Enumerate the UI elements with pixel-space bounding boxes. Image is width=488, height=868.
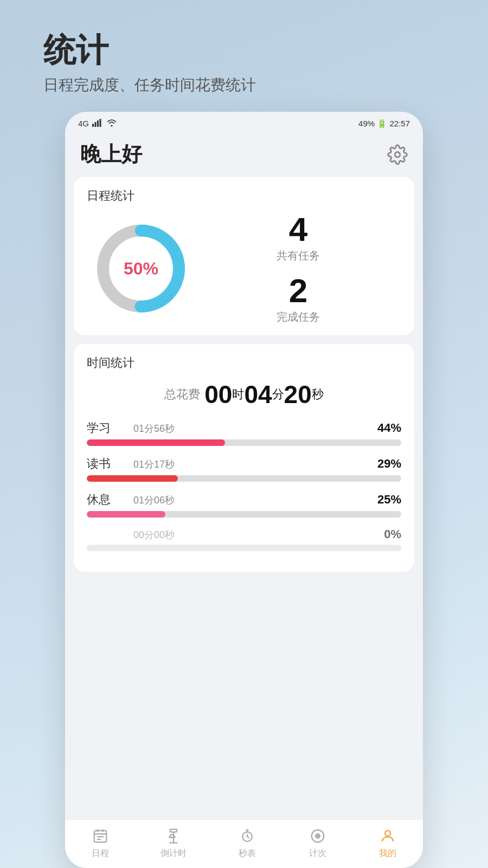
svg-rect-3 [100,119,101,127]
signal-bars [92,118,103,129]
schedule-card-title: 日程统计 [87,188,401,204]
svg-rect-13 [170,829,177,832]
progress-bar-bg [87,439,401,446]
total-tasks-label: 共有任务 [277,248,320,263]
schedule-stats-card: 日程统计 50% 4 [74,177,414,335]
category-name: 读书 [87,456,125,472]
progress-bar-fill [87,475,178,482]
hours-value: 00 [204,380,232,409]
page-title: 统计 [43,33,445,68]
greeting-text: 晚上好 [80,141,142,168]
donut-chart: 50% [87,214,195,323]
total-tasks-block: 4 共有任务 [277,213,320,263]
signal-icon: 4G [78,119,89,128]
hours-unit: 时 [232,386,244,403]
svg-point-21 [385,831,390,836]
category-name: 休息 [87,492,125,508]
page-subtitle: 日程完成度、任务时间花费统计 [43,75,445,95]
nav-item-profile[interactable]: 我的 [378,826,397,859]
svg-point-4 [395,152,400,157]
nav-label-count: 计次 [309,848,326,859]
progress-bar-bg [87,545,401,551]
category-row: 读书 01分17秒 29% [87,456,401,482]
timer-icon [164,826,183,846]
category-pct: 0% [384,527,401,541]
status-right: 49% 🔋 22:57 [358,119,410,129]
app-header: 晚上好 [65,132,423,177]
category-name: 学习 [87,420,125,436]
time-total: 总花费 00 时 04 分 20 秒 [87,380,401,409]
time-stats-card: 时间统计 总花费 00 时 04 分 20 秒 学习 01分56秒 44% 读书… [74,344,414,572]
count-icon [308,826,328,846]
page-header: 统计 日程完成度、任务时间花费统计 [0,0,488,112]
category-pct: 44% [377,421,401,435]
content-area: 日程统计 50% 4 [65,177,423,819]
svg-rect-0 [92,124,94,127]
category-time: 00分00秒 [133,528,384,541]
completed-tasks-label: 完成任务 [277,310,320,324]
phone-frame: 4G 49% 🔋 22:57 晚上好 [65,112,423,868]
category-row: 休息 01分06秒 25% [87,492,401,518]
stopwatch-icon [237,826,257,846]
battery-status: 49% 🔋 22:57 [358,119,410,128]
status-left: 4G [78,118,117,129]
svg-rect-1 [95,122,97,127]
nav-label-schedule: 日程 [92,848,109,859]
progress-bar-fill [87,439,225,446]
schedule-stats: 50% 4 共有任务 2 完成任务 [87,213,401,324]
category-row: 学习 01分56秒 44% [87,420,401,446]
category-time: 01分06秒 [133,494,377,507]
status-bar: 4G 49% 🔋 22:57 [65,112,423,132]
nav-item-stopwatch[interactable]: 秒表 [237,826,257,859]
category-pct: 29% [377,457,401,471]
nav-item-schedule[interactable]: 日程 [91,826,110,859]
category-time: 01分56秒 [133,422,377,435]
time-card-title: 时间统计 [87,355,401,371]
progress-bar-bg [87,511,401,518]
seconds-value: 20 [284,380,312,409]
minutes-value: 04 [244,380,272,409]
nav-label-stopwatch: 秒表 [239,848,256,859]
category-rows: 学习 01分56秒 44% 读书 01分17秒 29% 休息 01分06秒 25… [87,420,401,551]
progress-bar-fill [87,511,165,518]
total-label: 总花费 [164,386,200,403]
completed-tasks-block: 2 完成任务 [277,274,320,324]
settings-button[interactable] [387,144,408,165]
total-tasks-number: 4 [277,213,320,246]
minutes-unit: 分 [272,386,284,403]
wifi-icon [106,118,117,129]
bottom-nav: 日程 倒计时 秒表 [65,819,423,868]
category-pct: 25% [377,493,401,507]
completed-tasks-number: 2 [277,274,320,308]
stats-info: 4 共有任务 2 完成任务 [195,213,401,324]
category-row: 00分00秒 0% [87,527,401,551]
category-time: 01分17秒 [133,458,377,471]
nav-label-timer: 倒计时 [160,848,187,859]
nav-item-count[interactable]: 计次 [308,826,328,859]
progress-bar-bg [87,475,401,482]
nav-item-timer[interactable]: 倒计时 [160,826,187,859]
nav-label-profile: 我的 [379,848,396,859]
profile-icon [378,826,397,846]
svg-rect-2 [97,120,99,127]
donut-percent: 50% [124,259,158,279]
seconds-unit: 秒 [312,386,324,403]
schedule-icon [91,826,110,846]
